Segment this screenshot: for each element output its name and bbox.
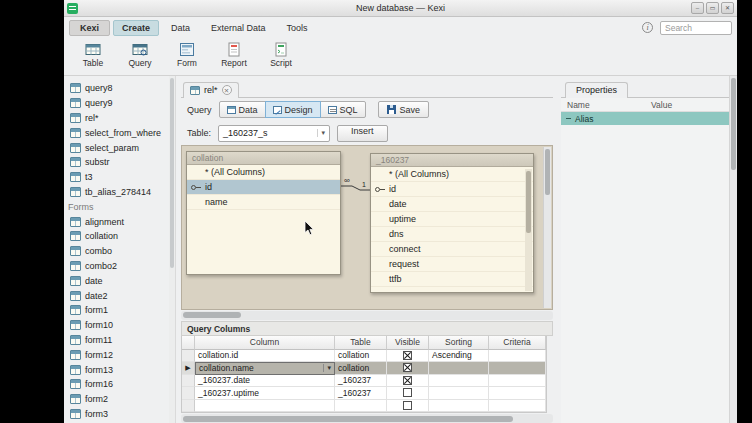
sql-view-button[interactable]: SQL [320,101,366,118]
column-cell[interactable]: _160237.uptime [195,387,335,400]
sidebar-item[interactable]: form11 [64,333,175,348]
sidebar-item[interactable]: date2 [64,288,175,303]
toolbar-script-button[interactable]: Script [260,40,302,70]
table-cell[interactable]: _160237 [335,375,387,388]
tab-data[interactable]: Data [162,20,199,36]
sidebar-item[interactable]: substr [64,155,175,170]
tab-create[interactable]: Create [113,20,159,36]
table-cell[interactable]: collation [335,350,387,363]
sorting-cell[interactable] [429,375,489,388]
sidebar-item[interactable]: select_param [64,140,175,155]
sidebar-item[interactable]: form16 [64,377,175,392]
field-row[interactable]: uptime [371,212,533,227]
visible-checkbox[interactable] [403,388,412,397]
visible-cell[interactable] [387,375,429,388]
scrollbar-thumb[interactable] [526,171,531,233]
criteria-cell[interactable] [489,387,546,400]
scrollbar-thumb[interactable] [731,78,736,170]
grid-hscrollbar[interactable] [181,414,553,423]
criteria-cell[interactable] [489,350,546,363]
sidebar-item[interactable]: date [64,273,175,288]
tab-properties[interactable]: Properties [565,82,628,98]
sidebar-item[interactable]: form3 [64,407,175,422]
sidebar-item[interactable]: alignment [64,214,175,229]
sidebar-item[interactable]: query9 [64,96,175,111]
sidebar-item[interactable]: combo2 [64,259,175,274]
field-row[interactable]: connect [371,242,533,257]
data-view-button[interactable]: Data [219,101,266,118]
minimize-icon[interactable]: – [691,2,704,14]
table-cell[interactable]: _160237 [335,387,387,400]
toolbar-table-button[interactable]: Table [72,40,114,70]
table-cell[interactable] [335,400,387,413]
sorting-cell[interactable] [429,400,489,413]
visible-cell[interactable] [387,362,429,375]
table-scrollbar[interactable] [525,169,532,291]
search-input[interactable] [660,21,732,35]
field-row[interactable]: dns [371,227,533,242]
visible-checkbox[interactable] [403,376,412,385]
field-row[interactable]: request [371,257,533,272]
design-table-title[interactable]: _160237 [371,154,533,167]
sidebar-item[interactable]: form1 [64,303,175,318]
field-row[interactable]: id [371,182,533,197]
column-cell[interactable]: collation.id [195,350,335,363]
document-tab-rel[interactable]: rel* ✕ [183,82,239,98]
sidebar-item[interactable]: form12 [64,347,175,362]
toolbar-form-button[interactable]: Form [166,40,208,70]
visible-checkbox[interactable] [403,401,412,410]
insert-button[interactable]: Insert [337,125,388,142]
sidebar-item[interactable]: form13 [64,362,175,377]
save-button[interactable]: Save [378,101,430,118]
titlebar[interactable]: New database — Kexi – ▭ ✕ [64,0,737,17]
row-indicator[interactable] [182,350,195,363]
design-table-160237[interactable]: _160237 * (All Columns) id date uptime d… [370,153,534,293]
visible-cell[interactable] [387,400,429,413]
scrollbar-thumb[interactable] [545,149,550,195]
scrollbar-thumb[interactable] [183,416,513,422]
sidebar-item[interactable]: query8 [64,81,175,96]
field-row-selected[interactable]: id [187,180,340,195]
sidebar-item[interactable]: combo [64,244,175,259]
criteria-cell[interactable] [489,362,546,375]
scrollbar-thumb[interactable] [170,78,174,268]
row-indicator[interactable] [182,375,195,388]
table-cell[interactable]: collation [335,362,387,375]
sidebar-item[interactable]: form2 [64,392,175,407]
row-indicator[interactable] [182,400,195,413]
relations-canvas[interactable]: collation * (All Columns) id name _16023… [181,145,553,310]
column-cell[interactable]: _160237.date [195,375,335,388]
scrollbar-thumb[interactable] [183,312,241,318]
sidebar-item[interactable]: collation [64,229,175,244]
tab-tools[interactable]: Tools [278,20,317,36]
kexi-menu-button[interactable]: Kexi [69,20,110,36]
field-row[interactable]: date [371,197,533,212]
property-row-alias[interactable]: Alias [561,112,729,125]
field-row[interactable]: * (All Columns) [187,165,340,180]
tab-external-data[interactable]: External Data [202,20,275,36]
toolbar-report-button[interactable]: Report [213,40,255,70]
column-cell-editor[interactable]: collation.name▾ [195,362,335,375]
toolbar-query-button[interactable]: Query [119,40,161,70]
design-view-button[interactable]: Design [265,101,321,118]
collapse-marker-icon[interactable] [566,118,571,119]
sorting-cell[interactable] [429,362,489,375]
sidebar-item[interactable]: rel* [64,111,175,126]
info-icon[interactable]: i [642,22,653,33]
design-table-title[interactable]: collation [187,152,340,165]
visible-cell[interactable] [387,387,429,400]
sidebar-item[interactable]: select_from_where [64,125,175,140]
field-row[interactable]: ttfb [371,272,533,287]
visible-checkbox[interactable] [403,351,412,360]
sorting-cell[interactable] [429,387,489,400]
row-indicator[interactable] [182,387,195,400]
sidebar-item[interactable]: form10 [64,318,175,333]
criteria-cell[interactable] [489,375,546,388]
sorting-cell[interactable]: Ascending [429,350,489,363]
column-cell[interactable] [195,400,335,413]
row-indicator[interactable]: ▶ [182,362,195,375]
canvas-vscrollbar[interactable] [543,147,551,308]
panel-vscrollbar[interactable] [729,76,737,423]
field-row[interactable]: name [187,195,340,210]
sidebar-item[interactable]: t3 [64,170,175,185]
